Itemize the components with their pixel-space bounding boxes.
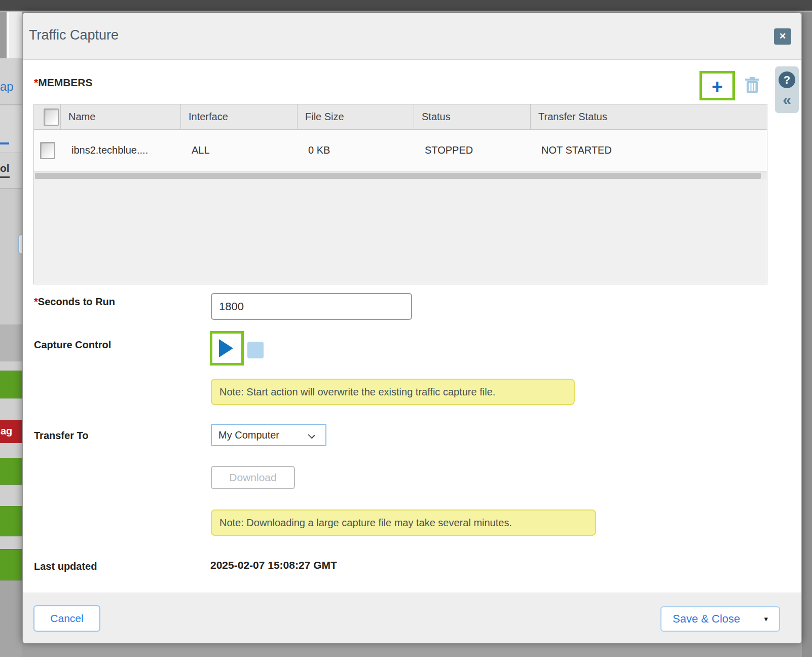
page-top-bar [0, 0, 812, 12]
dialog-footer: Cancel Save & Close ▾ [23, 593, 801, 643]
row-file-size: 0 KB [298, 130, 414, 171]
collapse-panel-icon[interactable]: « [775, 90, 799, 110]
background-subtab-area: ol [0, 153, 22, 189]
row-status: STOPPED [414, 130, 531, 171]
required-marker: * [34, 77, 38, 88]
select-all-checkbox[interactable] [44, 108, 59, 126]
background-tab-fragment[interactable]: ol [0, 162, 10, 178]
background-link-fragment[interactable]: ap [0, 80, 14, 94]
horizontal-scrollbar [34, 172, 767, 179]
row-transfer-status: NOT STARTED [531, 130, 767, 171]
row-checkbox-cell [34, 130, 61, 171]
background-toolbar-area [0, 189, 22, 324]
seconds-to-run-label: *Seconds to Run [34, 296, 115, 308]
start-capture-button[interactable] [216, 337, 238, 359]
background-header-area [0, 12, 22, 58]
last-updated-label: Last updated [34, 561, 97, 572]
capture-control-label: Capture Control [34, 339, 111, 351]
background-status-bar-green [0, 549, 22, 580]
background-active-tab-underline [0, 142, 9, 144]
background-page-left-strip: ap ol ag [0, 12, 22, 657]
table-empty-area [34, 179, 767, 284]
start-note: Note: Start action will overwrite the ex… [211, 379, 575, 405]
background-grid-gap [0, 398, 22, 420]
select-all-cell [34, 104, 61, 129]
dialog-title: Traffic Capture [29, 27, 119, 43]
row-interface: ALL [181, 130, 298, 171]
download-note: Note: Downloading a large capture file m… [211, 509, 596, 536]
members-label: *MEMBERS [34, 77, 93, 89]
last-updated-value: 2025-02-07 15:08:27 GMT [210, 559, 337, 571]
background-grid-gap [0, 485, 22, 506]
row-name: ibns2.techblue.... [61, 130, 181, 171]
dialog-header: Traffic Capture ✕ [23, 13, 801, 60]
help-panel: ? « [775, 66, 799, 113]
members-label-text: MEMBERS [38, 77, 92, 88]
download-button[interactable]: Download [211, 466, 295, 489]
chevron-down-icon [308, 431, 315, 439]
help-icon[interactable]: ? [779, 71, 795, 88]
members-table-header: Name Interface File Size Status Transfer… [34, 104, 767, 130]
background-grid-header-edge [0, 324, 22, 361]
column-header-interface[interactable]: Interface [181, 104, 298, 129]
transfer-to-select[interactable]: My Computer [211, 424, 326, 446]
play-icon [219, 339, 233, 357]
column-header-status[interactable]: Status [414, 104, 531, 129]
background-sidebar-edge [0, 12, 7, 58]
background-status-bar-green [0, 458, 22, 485]
transfer-to-label: Transfer To [34, 430, 88, 442]
close-icon[interactable]: ✕ [774, 28, 791, 45]
background-page-right-strip [802, 12, 812, 657]
caret-down-icon[interactable]: ▾ [764, 614, 768, 624]
save-and-close-button[interactable]: Save & Close ▾ [660, 606, 780, 632]
background-grid-gap [0, 443, 22, 458]
traffic-capture-dialog: Traffic Capture ✕ *MEMBERS + ? « Name In… [22, 13, 802, 643]
background-tabbar-area [0, 105, 22, 153]
column-header-transfer-status[interactable]: Transfer Status [531, 104, 767, 129]
row-checkbox[interactable] [40, 142, 55, 159]
background-grid-gap [0, 536, 22, 549]
delete-member-icon[interactable] [745, 77, 760, 94]
background-status-bar-green [0, 371, 22, 398]
column-header-name[interactable]: Name [61, 104, 181, 129]
required-marker: * [34, 296, 38, 307]
seconds-to-run-label-text: Seconds to Run [38, 296, 115, 307]
table-row[interactable]: ibns2.techblue.... ALL 0 KB STOPPED NOT … [34, 130, 767, 172]
background-panel-edge [7, 12, 9, 58]
background-breadcrumb-area: ap [0, 58, 22, 105]
horizontal-scrollbar-thumb[interactable] [35, 173, 761, 179]
background-footer-area [0, 580, 22, 657]
save-and-close-label: Save & Close [673, 612, 740, 626]
stop-capture-button[interactable] [247, 342, 264, 358]
background-status-bar-green [0, 506, 22, 536]
members-table: Name Interface File Size Status Transfer… [33, 104, 767, 284]
background-status-bar-red: ag [0, 420, 22, 443]
column-header-file-size[interactable]: File Size [298, 104, 414, 129]
seconds-to-run-input[interactable] [211, 293, 412, 320]
add-member-icon[interactable]: + [702, 74, 732, 100]
transfer-to-value: My Computer [212, 429, 279, 441]
cancel-button[interactable]: Cancel [33, 605, 100, 632]
